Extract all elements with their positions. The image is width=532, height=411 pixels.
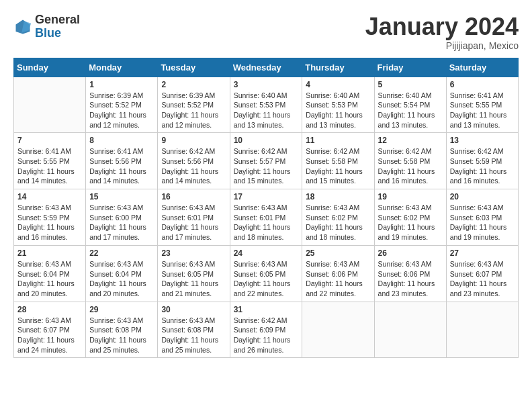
day-number: 23 <box>161 248 226 258</box>
day-number: 5 <box>378 80 443 89</box>
day-number: 29 <box>89 305 154 314</box>
day-info: Sunrise: 6:40 AMSunset: 5:54 PMDaylight:… <box>378 91 443 130</box>
calendar-day-cell: 9Sunrise: 6:42 AMSunset: 5:56 PMDaylight… <box>158 133 230 189</box>
day-number: 12 <box>378 136 443 145</box>
calendar-day-cell <box>302 302 374 358</box>
calendar-day-cell: 31Sunrise: 6:42 AMSunset: 6:09 PMDayligh… <box>230 302 302 358</box>
day-number: 31 <box>234 305 299 314</box>
calendar-day-cell: 4Sunrise: 6:40 AMSunset: 5:53 PMDaylight… <box>302 77 374 133</box>
day-number: 9 <box>161 136 226 145</box>
day-info: Sunrise: 6:43 AMSunset: 6:01 PMDaylight:… <box>234 203 299 242</box>
calendar-table: SundayMondayTuesdayWednesdayThursdayFrid… <box>13 58 519 359</box>
logo-text: General Blue <box>35 13 80 40</box>
day-info: Sunrise: 6:42 AMSunset: 6:09 PMDaylight:… <box>234 316 299 355</box>
calendar-day-cell: 26Sunrise: 6:43 AMSunset: 6:06 PMDayligh… <box>374 245 446 302</box>
day-info: Sunrise: 6:40 AMSunset: 5:53 PMDaylight:… <box>234 91 299 130</box>
calendar-day-cell: 10Sunrise: 6:42 AMSunset: 5:57 PMDayligh… <box>230 133 302 189</box>
day-info: Sunrise: 6:41 AMSunset: 5:56 PMDaylight:… <box>89 146 154 186</box>
day-number: 15 <box>89 192 154 201</box>
day-number: 24 <box>234 248 299 258</box>
day-number: 2 <box>161 80 226 89</box>
day-number: 19 <box>378 192 443 201</box>
day-number: 10 <box>234 136 299 145</box>
weekday-header: Friday <box>374 58 446 77</box>
calendar-day-cell: 11Sunrise: 6:42 AMSunset: 5:58 PMDayligh… <box>302 133 374 189</box>
day-info: Sunrise: 6:43 AMSunset: 6:07 PMDaylight:… <box>450 259 515 299</box>
day-info: Sunrise: 6:39 AMSunset: 5:52 PMDaylight:… <box>161 91 226 130</box>
weekday-header: Wednesday <box>230 58 302 77</box>
calendar-day-cell: 30Sunrise: 6:43 AMSunset: 6:08 PMDayligh… <box>158 302 230 358</box>
day-info: Sunrise: 6:43 AMSunset: 6:02 PMDaylight:… <box>306 203 370 242</box>
calendar-day-cell: 19Sunrise: 6:43 AMSunset: 6:02 PMDayligh… <box>374 189 446 246</box>
day-number: 28 <box>17 305 82 314</box>
day-info: Sunrise: 6:43 AMSunset: 6:05 PMDaylight:… <box>234 259 299 299</box>
day-info: Sunrise: 6:43 AMSunset: 6:01 PMDaylight:… <box>161 203 226 242</box>
day-info: Sunrise: 6:43 AMSunset: 6:06 PMDaylight:… <box>306 259 370 299</box>
day-info: Sunrise: 6:41 AMSunset: 5:55 PMDaylight:… <box>17 146 82 186</box>
calendar-header-row: SundayMondayTuesdayWednesdayThursdayFrid… <box>14 58 519 77</box>
calendar-day-cell: 12Sunrise: 6:42 AMSunset: 5:58 PMDayligh… <box>374 133 446 189</box>
day-number: 13 <box>450 136 515 145</box>
calendar-week-row: 28Sunrise: 6:43 AMSunset: 6:07 PMDayligh… <box>14 302 519 358</box>
day-number: 1 <box>89 80 154 89</box>
logo-general: General <box>35 13 80 26</box>
weekday-header: Monday <box>86 58 158 77</box>
calendar-day-cell: 21Sunrise: 6:43 AMSunset: 6:04 PMDayligh… <box>14 245 86 302</box>
day-info: Sunrise: 6:40 AMSunset: 5:53 PMDaylight:… <box>306 91 370 130</box>
day-info: Sunrise: 6:39 AMSunset: 5:52 PMDaylight:… <box>89 91 154 130</box>
calendar-day-cell <box>374 302 446 358</box>
day-number: 8 <box>89 136 154 145</box>
day-number: 25 <box>306 248 370 258</box>
day-info: Sunrise: 6:42 AMSunset: 5:57 PMDaylight:… <box>234 146 299 186</box>
day-number: 6 <box>450 80 515 89</box>
calendar-day-cell: 3Sunrise: 6:40 AMSunset: 5:53 PMDaylight… <box>230 77 302 133</box>
calendar-week-row: 1Sunrise: 6:39 AMSunset: 5:52 PMDaylight… <box>14 77 519 133</box>
day-info: Sunrise: 6:43 AMSunset: 6:08 PMDaylight:… <box>89 316 154 355</box>
logo-icon <box>13 17 32 36</box>
calendar-day-cell: 23Sunrise: 6:43 AMSunset: 6:05 PMDayligh… <box>158 245 230 302</box>
calendar-day-cell: 17Sunrise: 6:43 AMSunset: 6:01 PMDayligh… <box>230 189 302 246</box>
calendar-day-cell: 15Sunrise: 6:43 AMSunset: 6:00 PMDayligh… <box>86 189 158 246</box>
calendar-day-cell: 20Sunrise: 6:43 AMSunset: 6:03 PMDayligh… <box>446 189 518 246</box>
calendar-day-cell: 5Sunrise: 6:40 AMSunset: 5:54 PMDaylight… <box>374 77 446 133</box>
logo: General Blue <box>13 13 80 40</box>
day-info: Sunrise: 6:43 AMSunset: 6:04 PMDaylight:… <box>89 259 154 299</box>
day-info: Sunrise: 6:43 AMSunset: 6:05 PMDaylight:… <box>161 259 226 299</box>
month-title: January 2024 <box>365 13 519 40</box>
day-info: Sunrise: 6:43 AMSunset: 6:00 PMDaylight:… <box>89 203 154 242</box>
day-info: Sunrise: 6:43 AMSunset: 6:06 PMDaylight:… <box>378 259 443 299</box>
calendar-week-row: 7Sunrise: 6:41 AMSunset: 5:55 PMDaylight… <box>14 133 519 189</box>
calendar-day-cell: 18Sunrise: 6:43 AMSunset: 6:02 PMDayligh… <box>302 189 374 246</box>
calendar-day-cell: 22Sunrise: 6:43 AMSunset: 6:04 PMDayligh… <box>86 245 158 302</box>
day-number: 3 <box>234 80 299 89</box>
day-number: 17 <box>234 192 299 201</box>
calendar-day-cell: 29Sunrise: 6:43 AMSunset: 6:08 PMDayligh… <box>86 302 158 358</box>
day-number: 22 <box>89 248 154 258</box>
day-info: Sunrise: 6:43 AMSunset: 6:03 PMDaylight:… <box>450 203 515 242</box>
calendar-day-cell: 2Sunrise: 6:39 AMSunset: 5:52 PMDaylight… <box>158 77 230 133</box>
day-info: Sunrise: 6:42 AMSunset: 5:58 PMDaylight:… <box>306 146 370 186</box>
page-header: General Blue January 2024 Pijijiapan, Me… <box>13 13 519 51</box>
calendar-week-row: 21Sunrise: 6:43 AMSunset: 6:04 PMDayligh… <box>14 245 519 302</box>
day-info: Sunrise: 6:42 AMSunset: 5:58 PMDaylight:… <box>378 146 443 186</box>
calendar-day-cell: 28Sunrise: 6:43 AMSunset: 6:07 PMDayligh… <box>14 302 86 358</box>
day-number: 14 <box>17 192 82 201</box>
calendar-day-cell: 1Sunrise: 6:39 AMSunset: 5:52 PMDaylight… <box>86 77 158 133</box>
day-info: Sunrise: 6:43 AMSunset: 6:08 PMDaylight:… <box>161 316 226 355</box>
day-info: Sunrise: 6:43 AMSunset: 6:02 PMDaylight:… <box>378 203 443 242</box>
calendar-day-cell <box>14 77 86 133</box>
calendar-day-cell: 25Sunrise: 6:43 AMSunset: 6:06 PMDayligh… <box>302 245 374 302</box>
day-info: Sunrise: 6:42 AMSunset: 5:56 PMDaylight:… <box>161 146 226 186</box>
day-number: 20 <box>450 192 515 201</box>
calendar-day-cell: 24Sunrise: 6:43 AMSunset: 6:05 PMDayligh… <box>230 245 302 302</box>
calendar-week-row: 14Sunrise: 6:43 AMSunset: 5:59 PMDayligh… <box>14 189 519 246</box>
title-block: January 2024 Pijijiapan, Mexico <box>365 13 519 51</box>
calendar-day-cell: 27Sunrise: 6:43 AMSunset: 6:07 PMDayligh… <box>446 245 518 302</box>
day-info: Sunrise: 6:43 AMSunset: 6:04 PMDaylight:… <box>17 259 82 299</box>
calendar-day-cell: 7Sunrise: 6:41 AMSunset: 5:55 PMDaylight… <box>14 133 86 189</box>
day-number: 11 <box>306 136 370 145</box>
day-number: 26 <box>378 248 443 258</box>
calendar-day-cell: 8Sunrise: 6:41 AMSunset: 5:56 PMDaylight… <box>86 133 158 189</box>
weekday-header: Sunday <box>14 58 86 77</box>
day-number: 18 <box>306 192 370 201</box>
